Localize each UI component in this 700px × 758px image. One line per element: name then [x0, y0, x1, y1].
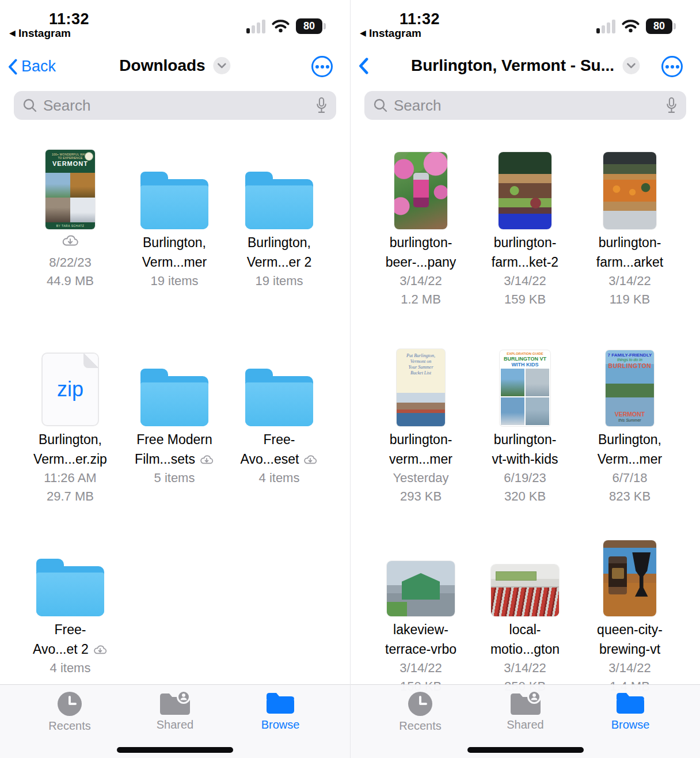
files-app-burlington-screen: 11:32 ◀ Instagram 80 Burlington, Vermont… — [350, 0, 700, 758]
search-icon — [22, 98, 37, 113]
doc-thumbnail-vt-with-kids: EXPLORATION GUIDE BURLINGTON VT WITH KID… — [500, 350, 550, 426]
folder-item-count: 4 items — [228, 469, 330, 487]
browse-folder-icon — [265, 691, 295, 716]
previous-app-indicator[interactable]: ◀ Instagram — [360, 27, 421, 40]
file-name: beer-...pany — [370, 252, 472, 272]
chevron-down-icon — [626, 63, 636, 69]
file-name: burlington- — [370, 233, 472, 252]
cover-text: BURLINGTON — [608, 362, 652, 369]
file-size: 44.9 MB — [19, 272, 121, 290]
folder-name: Burlington, — [228, 233, 330, 252]
tab-recents[interactable]: Recents — [26, 691, 113, 733]
chevron-left-icon — [359, 58, 368, 74]
file-name: lakeview- — [370, 620, 472, 639]
cover-text: VERMONT — [615, 411, 645, 418]
wifi-icon — [272, 19, 290, 33]
back-triangle-icon: ◀ — [9, 28, 16, 37]
file-name: terrace-vrbo — [370, 639, 472, 659]
folder-item[interactable]: Free Modern Film...sets 5 items — [123, 344, 226, 487]
file-name: vt-with-kids — [474, 449, 576, 469]
search-icon — [373, 98, 388, 113]
icloud-download-icon — [93, 643, 108, 655]
title-menu-button[interactable] — [214, 57, 231, 74]
folder-name: Avo...et 2 — [19, 639, 121, 659]
folder-item[interactable]: Free- Avo...eset 4 items — [228, 344, 330, 487]
folder-name: Verm...mer — [123, 252, 226, 272]
doc-thumbnail-bucket-list: Put Burlington, Vermont on Your Summer B… — [397, 349, 445, 426]
file-name: farm...ket-2 — [474, 252, 576, 272]
file-item[interactable]: queen-city- brewing-vt 3/14/22 1.4 MB — [579, 535, 681, 696]
file-item[interactable]: burlington- beer-...pany 3/14/22 1.2 MB — [370, 147, 472, 309]
status-time: 11:32 — [368, 10, 471, 28]
folder-item-count: 4 items — [19, 659, 121, 677]
file-size: 159 KB — [474, 290, 576, 309]
file-size: 29.7 MB — [19, 487, 121, 506]
home-indicator[interactable] — [117, 747, 233, 753]
screenshot-stage: 11:32 ◀ Instagram 80 Back Downloads — [0, 0, 700, 758]
file-date: 3/14/22 — [474, 272, 576, 290]
photo-thumbnail-queen-city-brewing — [603, 540, 656, 616]
page-title[interactable]: Burlington, Vermont - Su... — [411, 56, 614, 75]
file-item[interactable]: zip Burlington, Verm...er.zip 11:26 AM 2… — [19, 344, 121, 506]
file-item[interactable]: EXPLORATION GUIDE BURLINGTON VT WITH KID… — [474, 344, 576, 506]
back-button[interactable] — [359, 58, 368, 74]
file-name: Verm...er.zip — [19, 449, 121, 469]
cover-text: VERMONT — [45, 160, 95, 168]
icloud-download-icon — [19, 233, 121, 253]
file-name: Burlington, — [579, 430, 681, 449]
file-item[interactable]: Put Burlington, Vermont on Your Summer B… — [370, 344, 472, 506]
file-date: 8/22/23 — [19, 253, 121, 272]
file-item[interactable]: lakeview- terrace-vrbo 3/14/22 150 KB — [370, 535, 472, 696]
search-input[interactable] — [37, 97, 315, 115]
cover-text: Your Summer — [397, 365, 445, 370]
folder-name: Avo...eset — [228, 449, 330, 469]
files-app-downloads-screen: 11:32 ◀ Instagram 80 Back Downloads — [0, 0, 350, 758]
search-bar[interactable] — [14, 91, 336, 120]
tab-shared[interactable]: Shared — [482, 691, 569, 733]
title-menu-button[interactable] — [622, 57, 640, 74]
chevron-left-icon — [8, 59, 17, 75]
home-indicator[interactable] — [467, 747, 584, 753]
search-input[interactable] — [388, 97, 665, 115]
navigation-bar: Burlington, Vermont - Su... — [351, 55, 700, 81]
folder-icon — [140, 369, 208, 426]
file-item[interactable]: 7 FAMILY-FRIENDLY things to do in BURLIN… — [579, 344, 681, 506]
cover-badge — [85, 152, 93, 161]
cellular-signal-icon — [596, 19, 615, 33]
tab-browse[interactable]: Browse — [237, 691, 324, 733]
tab-bar: Recents Shared Browse — [351, 684, 700, 758]
battery-icon: 80 — [646, 18, 672, 34]
file-name: Verm...mer — [579, 449, 681, 469]
recents-clock-icon — [407, 691, 433, 717]
folder-item[interactable]: Free- Avo...et 2 4 items — [19, 535, 121, 677]
microphone-icon[interactable] — [315, 97, 328, 115]
tab-shared[interactable]: Shared — [132, 691, 218, 733]
folder-name: Burlington, — [123, 233, 226, 252]
photo-thumbnail-lakeview-house — [387, 561, 455, 616]
tab-recents[interactable]: Recents — [377, 691, 463, 733]
folder-item[interactable]: Burlington, Verm...er 2 19 items — [228, 147, 330, 290]
tab-browse[interactable]: Browse — [587, 691, 674, 733]
file-item[interactable]: burlington- farm...ket-2 3/14/22 159 KB — [474, 147, 576, 309]
zip-label: zip — [57, 377, 83, 401]
file-date: 3/14/22 — [474, 659, 576, 677]
file-date: 3/14/22 — [370, 659, 472, 677]
folder-item[interactable]: Burlington, Verm...mer 19 items — [123, 147, 226, 290]
file-size: 293 KB — [370, 487, 472, 506]
status-icons: 80 — [596, 17, 672, 35]
search-bar[interactable] — [364, 91, 686, 120]
page-title[interactable]: Downloads — [119, 56, 205, 75]
file-item[interactable]: local- motio...gton 3/14/22 250 KB — [474, 535, 576, 696]
browse-folder-icon — [615, 691, 645, 716]
folder-icon — [245, 369, 313, 426]
file-date: 6/19/23 — [474, 469, 576, 487]
more-options-button[interactable] — [661, 56, 683, 77]
file-size: 1.2 MB — [370, 290, 472, 309]
back-button[interactable]: Back — [8, 58, 56, 75]
file-item[interactable]: 100+ WONDERFUL WAYS TO EXPERIENCE VERMON… — [19, 147, 121, 290]
back-triangle-icon: ◀ — [360, 28, 366, 37]
previous-app-indicator[interactable]: ◀ Instagram — [9, 27, 71, 40]
more-options-button[interactable] — [311, 56, 333, 77]
microphone-icon[interactable] — [665, 97, 678, 115]
file-item[interactable]: burlington- farm...arket 3/14/22 119 KB — [579, 147, 681, 309]
